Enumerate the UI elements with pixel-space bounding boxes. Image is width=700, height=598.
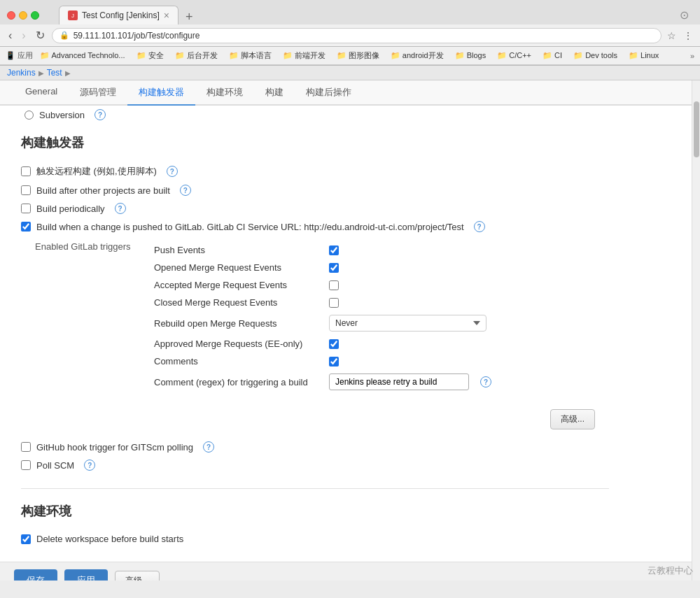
address-bar[interactable]: 🔒 59.111.101.101/job/Test/configure (52, 28, 662, 43)
option-help-1[interactable]: ? (167, 166, 178, 177)
tab-post[interactable]: 构建后操作 (295, 80, 363, 106)
bookmark-2[interactable]: 📁 安全 (132, 49, 168, 62)
tab-build[interactable]: 构建 (254, 80, 295, 106)
bookmarks-overflow-icon[interactable]: » (690, 52, 694, 60)
trigger-label-rebuild: Rebuild open Merge Requests (154, 318, 322, 329)
option-label-github: GitHub hook trigger for GITScm polling (36, 442, 193, 453)
maximize-button[interactable] (31, 11, 39, 20)
tab-title: Test Config [Jenkins] (82, 10, 160, 20)
breadcrumb-jenkins[interactable]: Jenkins (7, 68, 36, 78)
breadcrumb-test[interactable]: Test (47, 68, 62, 78)
tab-general[interactable]: General (14, 80, 69, 106)
option-label-3: Build periodically (36, 204, 105, 214)
trigger-label-comments: Comments (154, 356, 322, 366)
apply-button[interactable]: 应用 (64, 569, 108, 581)
trigger-label-comment-regex: Comment (regex) for triggering a build (154, 377, 322, 387)
section-title-triggers: 构建触发器 (21, 134, 609, 151)
option-checkbox-3[interactable] (21, 204, 31, 213)
option-row-1: 触发远程构建 (例如,使用脚本) ? (21, 162, 609, 181)
bookmark-11[interactable]: 📁 Dev tools (569, 50, 622, 62)
option-checkbox-github[interactable] (21, 442, 31, 452)
trigger-row-comment-regex: Comment (regex) for triggering a build ? (154, 370, 609, 394)
trigger-row-approved: Approved Merge Requests (EE-only) (154, 335, 609, 353)
bookmarks-apps-label: 📱 应用 (6, 50, 33, 61)
breadcrumb-bar: Jenkins ▶ Test ▶ (0, 66, 700, 80)
breadcrumb-sep-1: ▶ (38, 69, 44, 77)
trigger-label-closed-merge: Closed Merge Request Events (154, 297, 322, 308)
option-row-github: GitHub hook trigger for GITScm polling ? (21, 438, 609, 456)
advanced-button-gitlab[interactable]: 高级... (550, 409, 595, 429)
tab-favicon: J (68, 10, 78, 20)
option-checkbox-poll[interactable] (21, 460, 31, 470)
bookmark-9[interactable]: 📁 C/C++ (493, 50, 536, 62)
tab-triggers[interactable]: 构建触发器 (127, 80, 195, 106)
comment-regex-input[interactable] (329, 373, 469, 390)
option-help-4[interactable]: ? (474, 221, 485, 232)
poll-help-icon[interactable]: ? (84, 460, 95, 471)
close-button[interactable] (7, 11, 15, 20)
tab-close-button[interactable]: × (164, 10, 169, 21)
save-button[interactable]: 保存 (14, 569, 57, 581)
trigger-row-rebuild: Rebuild open Merge Requests Never On pus… (154, 311, 609, 335)
bookmark-1[interactable]: 📁 Advanced Technolo... (36, 50, 129, 62)
rebuild-dropdown[interactable]: Never On push to source branch On push t… (329, 315, 486, 332)
bookmark-5[interactable]: 📁 前端开发 (279, 49, 330, 62)
back-button[interactable]: ‹ (6, 28, 15, 43)
bookmark-star-icon[interactable]: ☆ (666, 29, 678, 43)
subversion-radio[interactable] (24, 111, 34, 120)
trigger-checkbox-comments[interactable] (329, 357, 339, 366)
bookmark-4[interactable]: 📁 脚本语言 (225, 49, 276, 62)
lock-icon: 🔒 (59, 31, 69, 40)
tab-source[interactable]: 源码管理 (69, 80, 127, 106)
bookmark-3[interactable]: 📁 后台开发 (171, 49, 222, 62)
breadcrumb-sep-2: ▶ (65, 69, 71, 77)
minimize-button[interactable] (19, 11, 27, 20)
trigger-row-push: Push Events (154, 241, 609, 259)
github-help-icon[interactable]: ? (203, 441, 214, 453)
trigger-checkbox-opened-merge[interactable] (329, 263, 339, 273)
bookmark-12[interactable]: 📁 Linux (624, 50, 663, 62)
bookmark-8[interactable]: 📁 Blogs (451, 50, 491, 62)
option-checkbox-4[interactable] (21, 222, 31, 232)
tab-env[interactable]: 构建环境 (195, 80, 254, 106)
trigger-checkbox-closed-merge[interactable] (329, 298, 339, 308)
option-row-2: Build after other projects are built ? (21, 181, 609, 199)
scroll-thumb[interactable] (694, 101, 699, 157)
bottom-toolbar: 保存 应用 高级... (0, 562, 692, 581)
profile-icon[interactable]: ⊙ (680, 8, 693, 22)
option-label-2: Build after other projects are built (36, 185, 170, 196)
scrollbar[interactable] (692, 80, 700, 581)
new-tab-button[interactable]: + (181, 10, 197, 24)
option-row-poll: Poll SCM ? (21, 456, 609, 474)
option-label-poll: Poll SCM (36, 460, 74, 471)
trigger-label-approved: Approved Merge Requests (EE-only) (154, 339, 322, 349)
subversion-help-icon[interactable]: ? (94, 109, 106, 120)
bookmark-7[interactable]: 📁 android开发 (386, 49, 448, 62)
delete-workspace-row: Delete workspace before build starts (21, 530, 609, 548)
trigger-row-closed-merge: Closed Merge Request Events (154, 294, 609, 311)
option-label-1: 触发远程构建 (例如,使用脚本) (36, 165, 157, 178)
option-help-2[interactable]: ? (180, 185, 191, 196)
trigger-checkbox-push[interactable] (329, 245, 339, 255)
trigger-checkbox-accepted-merge[interactable] (329, 280, 339, 290)
nav-more-icon[interactable]: ⋮ (682, 29, 694, 43)
forward-button[interactable]: › (19, 28, 28, 43)
delete-workspace-checkbox[interactable] (21, 534, 31, 544)
option-help-3[interactable]: ? (115, 203, 126, 214)
option-checkbox-2[interactable] (21, 185, 31, 195)
comment-regex-help-icon[interactable]: ? (480, 376, 491, 387)
trigger-checkbox-approved[interactable] (329, 339, 339, 349)
gitlab-triggers-label: Enabled GitLab triggers (35, 241, 147, 252)
trigger-row-opened-merge: Opened Merge Request Events (154, 259, 609, 276)
bookmark-6[interactable]: 📁 图形图像 (332, 49, 384, 62)
trigger-label-accepted-merge: Accepted Merge Request Events (154, 280, 322, 290)
section-title-env: 构建环境 (21, 503, 609, 520)
trigger-label-opened-merge: Opened Merge Request Events (154, 262, 322, 273)
bookmark-10[interactable]: 📁 CI (538, 50, 566, 62)
refresh-button[interactable]: ↻ (33, 27, 48, 43)
browser-tab[interactable]: J Test Config [Jenkins] × (59, 6, 178, 24)
bookmarks-bar: 📱 应用 📁 Advanced Technolo... 📁 安全 📁 后台开发 … (0, 47, 700, 65)
advanced-bottom-button[interactable]: 高级... (115, 571, 160, 581)
option-checkbox-1[interactable] (21, 166, 31, 176)
option-row-4: Build when a change is pushed to GitLab.… (21, 218, 609, 236)
